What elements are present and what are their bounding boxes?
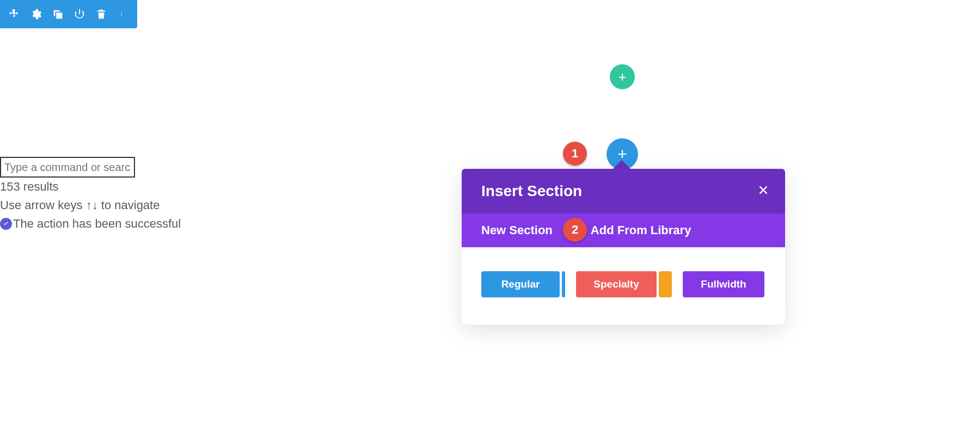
- results-count: 153 results: [0, 178, 218, 196]
- svg-point-1: [121, 14, 122, 14]
- specialty-accent: [659, 271, 672, 297]
- close-button[interactable]: [758, 185, 769, 198]
- plus-icon: +: [618, 69, 626, 86]
- tab-new-section[interactable]: New Section: [481, 223, 553, 237]
- power-icon[interactable]: [69, 3, 90, 25]
- command-helper: 153 results Use arrow keys ↑↓ to navigat…: [0, 157, 218, 233]
- insert-section-panel: Insert Section New Section Add From Libr…: [462, 169, 785, 325]
- more-icon[interactable]: [112, 3, 134, 25]
- command-search-input[interactable]: [0, 157, 135, 178]
- check-icon: [0, 218, 12, 230]
- svg-point-0: [121, 13, 122, 13]
- section-type-specialty[interactable]: Specialty: [576, 271, 657, 297]
- section-type-regular[interactable]: Regular: [481, 271, 560, 297]
- panel-tabs: New Section Add From Library: [462, 213, 785, 247]
- move-icon[interactable]: [3, 3, 25, 25]
- panel-body: Regular Specialty Fullwidth: [462, 247, 785, 325]
- tab-add-from-library[interactable]: Add From Library: [591, 223, 691, 237]
- success-message: The action has been successful: [0, 215, 218, 233]
- success-text: The action has been successful: [13, 215, 181, 233]
- module-toolbar: [0, 0, 137, 28]
- section-type-specialty-group: Specialty: [576, 271, 672, 297]
- duplicate-icon[interactable]: [47, 3, 69, 25]
- trash-icon[interactable]: [90, 3, 112, 25]
- section-type-regular-group: Regular: [481, 271, 565, 297]
- nav-hint: Use arrow keys ↑↓ to navigate: [0, 196, 218, 215]
- panel-title: Insert Section: [481, 182, 582, 200]
- gear-icon[interactable]: [25, 3, 47, 25]
- panel-header: Insert Section: [462, 169, 785, 213]
- svg-point-2: [121, 15, 122, 15]
- section-type-fullwidth[interactable]: Fullwidth: [683, 271, 764, 297]
- annotation-badge-2: 2: [563, 218, 587, 242]
- annotation-badge-1: 1: [563, 142, 587, 166]
- add-section-green-button[interactable]: +: [610, 64, 635, 89]
- regular-accent: [562, 271, 565, 297]
